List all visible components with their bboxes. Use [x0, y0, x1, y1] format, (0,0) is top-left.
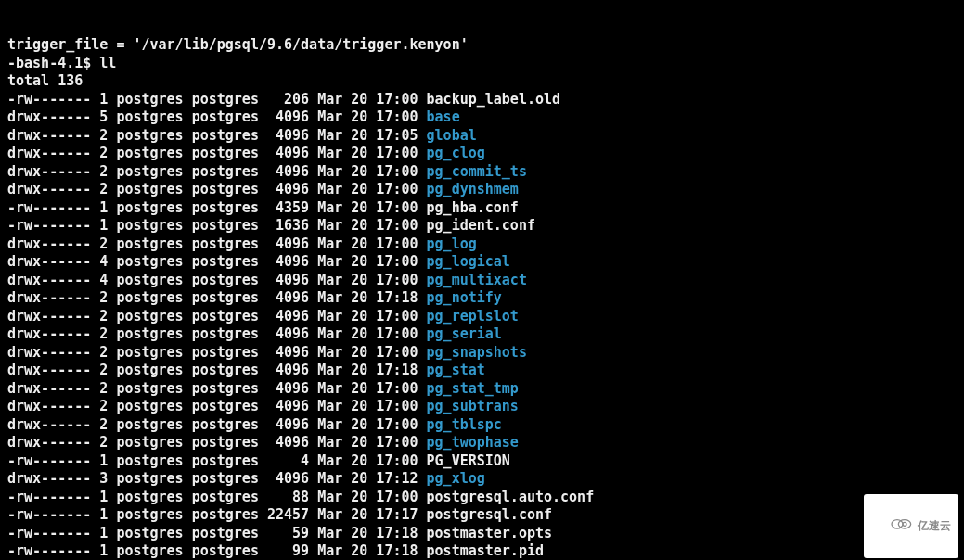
file-name: postmaster.opts: [427, 525, 552, 541]
ls-row: drwx------ 2 postgres postgres 4096 Mar …: [7, 235, 477, 252]
directory-name: pg_logical: [427, 253, 510, 270]
ls-row: drwx------ 2 postgres postgres 4096 Mar …: [7, 380, 519, 397]
ls-row: drwx------ 3 postgres postgres 4096 Mar …: [7, 470, 485, 487]
directory-name: pg_dynshmem: [427, 181, 519, 197]
ls-row: -rw------- 1 postgres postgres 59 Mar 20…: [7, 525, 552, 541]
ls-row: drwx------ 2 postgres postgres 4096 Mar …: [7, 325, 502, 342]
directory-name: pg_xlog: [427, 470, 485, 487]
directory-name: pg_tblspc: [427, 416, 502, 433]
ls-row: drwx------ 2 postgres postgres 4096 Mar …: [7, 362, 485, 378]
ls-row: drwx------ 2 postgres postgres 4096 Mar …: [7, 181, 519, 197]
ls-row: drwx------ 2 postgres postgres 4096 Mar …: [7, 416, 502, 433]
ls-row: -rw------- 1 postgres postgres 99 Mar 20…: [7, 542, 544, 559]
directory-name: pg_snapshots: [427, 344, 527, 361]
directory-name: global: [427, 127, 477, 144]
file-name: postgresql.auto.conf: [427, 489, 595, 505]
terminal-line: total 136: [7, 72, 83, 89]
file-name: pg_hba.conf: [427, 199, 519, 216]
file-name: pg_ident.conf: [427, 217, 535, 234]
directory-name: pg_subtrans: [427, 398, 519, 414]
file-name: PG_VERSION: [427, 452, 510, 469]
ls-row: drwx------ 4 postgres postgres 4096 Mar …: [7, 253, 510, 270]
ls-row: -rw------- 1 postgres postgres 206 Mar 2…: [7, 91, 560, 108]
directory-name: pg_multixact: [427, 272, 527, 288]
ls-row: drwx------ 2 postgres postgres 4096 Mar …: [7, 344, 527, 361]
terminal-output: trigger_file = '/var/lib/pgsql/9.6/data/…: [7, 36, 964, 560]
terminal-window[interactable]: trigger_file = '/var/lib/pgsql/9.6/data/…: [0, 0, 964, 560]
directory-name: base: [427, 108, 460, 125]
ls-row: drwx------ 2 postgres postgres 4096 Mar …: [7, 398, 519, 414]
directory-name: pg_stat_tmp: [427, 380, 519, 397]
ls-row: drwx------ 2 postgres postgres 4096 Mar …: [7, 145, 485, 161]
directory-name: pg_commit_ts: [427, 163, 527, 180]
watermark-badge: 亿速云: [864, 494, 958, 559]
ls-row: -rw------- 1 postgres postgres 1636 Mar …: [7, 217, 535, 234]
directory-name: pg_log: [427, 235, 477, 252]
directory-name: pg_serial: [427, 325, 502, 342]
cloud-icon: [869, 498, 914, 555]
directory-name: pg_replslot: [427, 308, 519, 325]
svg-point-1: [898, 520, 910, 528]
file-name: backup_label.old: [427, 91, 561, 108]
directory-name: pg_clog: [427, 145, 485, 161]
ls-row: -rw------- 1 postgres postgres 88 Mar 20…: [7, 489, 594, 505]
terminal-line: trigger_file = '/var/lib/pgsql/9.6/data/…: [7, 36, 469, 53]
ls-row: -rw------- 1 postgres postgres 4 Mar 20 …: [7, 452, 510, 469]
ls-row: drwx------ 2 postgres postgres 4096 Mar …: [7, 163, 527, 180]
ls-row: drwx------ 4 postgres postgres 4096 Mar …: [7, 272, 527, 288]
ls-row: drwx------ 2 postgres postgres 4096 Mar …: [7, 289, 502, 306]
svg-point-2: [903, 522, 906, 526]
ls-row: -rw------- 1 postgres postgres 22457 Mar…: [7, 506, 552, 523]
file-name: postgresql.conf: [427, 506, 552, 523]
directory-name: pg_twophase: [427, 434, 519, 451]
ls-row: drwx------ 2 postgres postgres 4096 Mar …: [7, 434, 519, 451]
ls-row: drwx------ 2 postgres postgres 4096 Mar …: [7, 308, 519, 325]
ls-row: -rw------- 1 postgres postgres 4359 Mar …: [7, 199, 519, 216]
watermark-text: 亿速云: [918, 517, 951, 536]
ls-row: drwx------ 2 postgres postgres 4096 Mar …: [7, 127, 477, 144]
terminal-line: -bash-4.1$ ll: [7, 55, 116, 71]
directory-name: pg_notify: [427, 289, 502, 306]
ls-row: drwx------ 5 postgres postgres 4096 Mar …: [7, 108, 460, 125]
file-name: postmaster.pid: [427, 542, 544, 559]
directory-name: pg_stat: [427, 362, 485, 378]
